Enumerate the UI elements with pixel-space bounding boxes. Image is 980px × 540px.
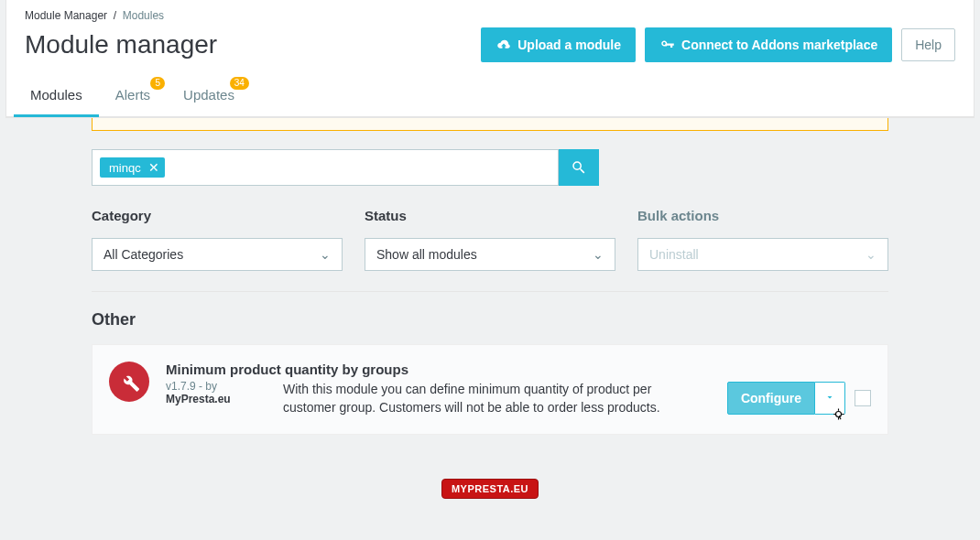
- configure-button[interactable]: Configure: [727, 382, 815, 415]
- alerts-badge: 5: [150, 77, 165, 90]
- module-name: Minimum product quantity by groups: [166, 362, 871, 377]
- tab-alerts[interactable]: Alerts 5: [99, 75, 167, 116]
- bulk-select[interactable]: Uninstall ⌄: [637, 238, 888, 271]
- page-title: Module manager: [25, 30, 217, 59]
- updates-badge: 34: [230, 77, 249, 90]
- wrench-icon: [117, 370, 141, 394]
- chevron-down-icon: ⌄: [320, 247, 331, 262]
- cloud-upload-icon: [495, 37, 512, 53]
- configure-dropdown-button[interactable]: [815, 382, 845, 415]
- module-author: MyPresta.eu: [166, 393, 267, 405]
- tab-updates[interactable]: Updates 34: [167, 75, 251, 116]
- bulk-label: Bulk actions: [637, 208, 888, 223]
- module-description: With this module you can define minimum …: [283, 380, 711, 417]
- connect-addons-button[interactable]: Connect to Addons marketplace: [645, 27, 892, 62]
- search-tag: minqc ✕: [100, 157, 165, 178]
- section-title: Other: [92, 310, 888, 329]
- module-logo: [109, 362, 149, 402]
- module-card: Minimum product quantity by groups v1.7.…: [92, 344, 888, 435]
- alert-strip: [92, 118, 888, 131]
- breadcrumb-parent[interactable]: Module Manager: [25, 9, 107, 22]
- module-version: v1.7.9 - by: [166, 380, 267, 393]
- status-select[interactable]: Show all modules ⌄: [365, 238, 615, 271]
- chevron-down-icon: [824, 392, 835, 403]
- tab-modules[interactable]: Modules: [14, 75, 99, 117]
- footer-badge: MYPRESTA.EU: [441, 479, 539, 499]
- chevron-down-icon: ⌄: [593, 247, 604, 262]
- category-select[interactable]: All Categories ⌄: [92, 238, 343, 271]
- search-icon: [571, 159, 587, 176]
- search-button[interactable]: [559, 149, 599, 186]
- status-label: Status: [365, 208, 615, 223]
- upload-module-button[interactable]: Upload a module: [481, 27, 636, 62]
- search-input[interactable]: minqc ✕: [92, 149, 559, 186]
- key-icon: [659, 37, 676, 53]
- breadcrumb-current: Modules: [123, 9, 164, 22]
- breadcrumb: Module Manager / Modules: [25, 9, 955, 22]
- help-button[interactable]: Help: [901, 28, 955, 61]
- module-checkbox[interactable]: [855, 390, 871, 406]
- remove-tag-icon[interactable]: ✕: [148, 160, 159, 175]
- category-label: Category: [92, 208, 343, 223]
- chevron-down-icon: ⌄: [866, 247, 877, 262]
- tabs: Modules Alerts 5 Updates 34: [6, 75, 974, 117]
